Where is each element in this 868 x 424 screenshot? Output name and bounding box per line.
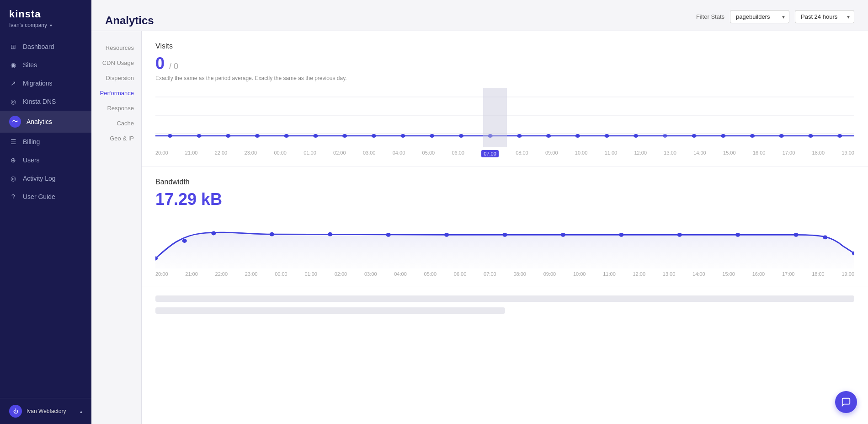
axis-label: 18:00 — [812, 271, 825, 277]
svg-point-31 — [270, 232, 274, 236]
sidebar-item-users[interactable]: ⊕ Users — [0, 151, 91, 169]
sub-nav-resources[interactable]: Resources — [91, 40, 141, 55]
sidebar-footer: ⏻ Ivan Webfactory ▴ — [0, 398, 91, 424]
axis-label: 12:00 — [634, 150, 647, 157]
sidebar-item-migrations[interactable]: ↗ Migrations — [0, 74, 91, 92]
axis-label: 14:00 — [692, 271, 705, 277]
page-title: Analytics — [105, 14, 154, 27]
sub-nav-response[interactable]: Response — [91, 101, 141, 116]
sub-sidebar: Resources CDN Usage Dispersion Performan… — [91, 31, 142, 424]
svg-point-38 — [677, 233, 682, 237]
footer-user: ⏻ Ivan Webfactory — [9, 405, 66, 418]
svg-point-5 — [197, 134, 201, 138]
sidebar-item-kinsta-dns[interactable]: ◎ Kinsta DNS — [0, 92, 91, 111]
svg-point-41 — [823, 235, 827, 239]
axis-label: 05:00 — [422, 150, 435, 157]
sidebar-item-activity-log[interactable]: ◎ Activity Log — [0, 169, 91, 188]
filter-stats-select[interactable]: pagebuilders all wordpress — [730, 10, 789, 23]
svg-point-33 — [386, 233, 391, 237]
axis-label: 19:00 — [841, 271, 854, 277]
axis-label: 17:00 — [782, 271, 795, 277]
sidebar-item-user-guide[interactable]: ? User Guide — [0, 188, 91, 206]
skeleton-bar-2 — [155, 307, 505, 314]
svg-point-40 — [793, 233, 798, 237]
avatar: ⏻ — [9, 405, 22, 418]
bandwidth-chart — [155, 218, 854, 268]
axis-label: 11:00 — [605, 150, 618, 157]
svg-point-26 — [808, 134, 813, 138]
sidebar-item-billing[interactable]: ☰ Billing — [0, 133, 91, 151]
sidebar-item-analytics[interactable]: 〜 Analytics — [0, 111, 91, 133]
visits-axis: 20:00 21:00 22:00 23:00 00:00 01:00 02:0… — [155, 147, 854, 162]
sub-nav-cache[interactable]: Cache — [91, 116, 141, 131]
skeleton-bar-1 — [155, 295, 854, 302]
axis-label: 20:00 — [155, 271, 168, 277]
main-area: Analytics Filter Stats pagebuilders all … — [91, 0, 868, 424]
time-range-wrapper[interactable]: Past 24 hours Past 7 days Past 30 days — [795, 10, 854, 23]
filter-label: Filter Stats — [696, 13, 724, 20]
axis-label: 15:00 — [723, 150, 736, 157]
axis-label: 06:00 — [452, 150, 464, 157]
sidebar-item-sites[interactable]: ◉ Sites — [0, 56, 91, 74]
svg-point-21 — [663, 134, 667, 138]
svg-point-20 — [634, 134, 638, 138]
sub-nav-performance[interactable]: Performance — [91, 86, 141, 101]
axis-label: 07:00 — [484, 271, 496, 277]
sub-nav-geo-ip[interactable]: Geo & IP — [91, 131, 141, 146]
analytics-icon: 〜 — [9, 116, 21, 128]
axis-label: 05:00 — [424, 271, 437, 277]
axis-label: 04:00 — [393, 150, 405, 157]
sub-nav-dispersion[interactable]: Dispersion — [91, 70, 141, 86]
axis-label: 13:00 — [664, 150, 676, 157]
svg-point-14 — [459, 134, 463, 138]
user-name: Ivan Webfactory — [27, 408, 66, 414]
axis-label: 04:00 — [394, 271, 407, 277]
chat-button[interactable] — [835, 391, 857, 413]
svg-point-29 — [182, 239, 187, 243]
axis-label: 09:00 — [545, 150, 558, 157]
axis-label: 23:00 — [245, 271, 258, 277]
chevron-down-icon: ▾ — [50, 23, 52, 28]
svg-point-25 — [779, 134, 784, 138]
company-name: Ivan's company — [9, 22, 47, 28]
filter-area: Filter Stats pagebuilders all wordpress … — [696, 10, 854, 31]
svg-point-39 — [735, 233, 740, 237]
svg-point-19 — [604, 134, 609, 138]
sidebar-item-label: User Guide — [23, 193, 55, 200]
dashboard-icon: ⊞ — [9, 43, 17, 51]
axis-label: 03:00 — [363, 150, 376, 157]
svg-point-13 — [430, 134, 434, 138]
svg-point-17 — [546, 134, 551, 138]
time-range-select[interactable]: Past 24 hours Past 7 days Past 30 days — [795, 10, 854, 23]
axis-label: 22:00 — [215, 150, 228, 157]
svg-point-6 — [226, 134, 230, 138]
content-wrapper: Resources CDN Usage Dispersion Performan… — [91, 31, 868, 424]
sidebar-item-label: Users — [23, 156, 40, 164]
visits-title: Visits — [155, 42, 854, 50]
axis-label: 11:00 — [603, 271, 616, 277]
sidebar-item-dashboard[interactable]: ⊞ Dashboard — [0, 38, 91, 56]
axis-label: 23:00 — [245, 150, 257, 157]
sidebar-item-label: Sites — [23, 61, 37, 69]
logo: kinsta — [9, 8, 82, 20]
svg-point-37 — [619, 233, 623, 237]
svg-point-32 — [328, 232, 332, 236]
sidebar-item-label: Migrations — [23, 80, 53, 87]
sidebar-item-label: Activity Log — [23, 175, 56, 182]
company-selector[interactable]: Ivan's company ▾ — [9, 22, 82, 28]
filter-stats-wrapper[interactable]: pagebuilders all wordpress — [730, 10, 789, 23]
sub-nav-cdn-usage[interactable]: CDN Usage — [91, 55, 141, 70]
svg-point-16 — [517, 134, 522, 138]
axis-label: 00:00 — [275, 271, 288, 277]
axis-label: 08:00 — [513, 271, 526, 277]
bandwidth-value: 17.29 kB — [155, 190, 854, 209]
sidebar-logo-area: kinsta Ivan's company ▾ — [0, 0, 91, 33]
sidebar-item-label: Dashboard — [23, 43, 54, 50]
svg-point-4 — [168, 134, 172, 138]
axis-label: 22:00 — [215, 271, 228, 277]
axis-label: 13:00 — [663, 271, 676, 277]
axis-label: 06:00 — [454, 271, 467, 277]
sidebar-item-label: Billing — [23, 138, 40, 145]
migrations-icon: ↗ — [9, 79, 17, 87]
main-nav: ⊞ Dashboard ◉ Sites ↗ Migrations ◎ Kinst… — [0, 33, 91, 398]
